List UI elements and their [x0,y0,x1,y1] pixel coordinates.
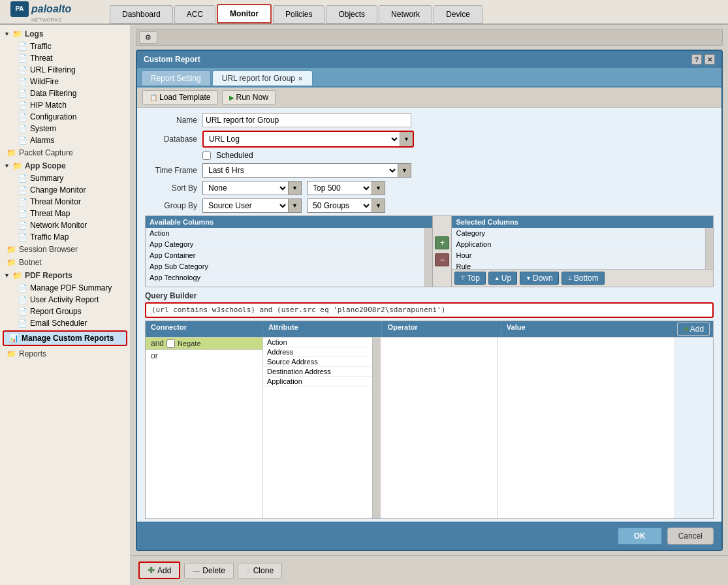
name-input[interactable] [202,113,411,127]
qb-add-btn[interactable]: ✚ Add [677,323,710,336]
sidebar-item-network-monitor[interactable]: 📄 Network Monitor [0,219,130,231]
attr-scrollbar[interactable] [372,338,380,518]
down-btn[interactable]: ▼ Down [520,272,559,285]
add-button[interactable]: ✚ Add [138,561,180,579]
tab-monitor[interactable]: Monitor [217,4,272,24]
sel-scrollbar[interactable] [705,228,713,269]
sidebar-item-threat-map[interactable]: 📄 Threat Map [0,208,130,219]
avail-item-app-technology[interactable]: App Technology [146,272,424,283]
timeframe-select[interactable]: Last 6 Hrs [203,164,398,177]
avail-item-app-category[interactable]: App Category [146,239,424,250]
attr-source-address[interactable]: Source Address [263,357,372,367]
groups-select[interactable]: 50 Groups [308,199,372,212]
available-columns-scroll[interactable]: Action App Category App Container App Su… [146,228,424,287]
help-icon[interactable]: ? [691,54,702,65]
qb-connector-or[interactable]: or [146,350,262,362]
attr-address[interactable]: Address [263,347,372,357]
avail-item-app-sub-category[interactable]: App Sub Category [146,261,424,272]
sidebar-item-report-groups[interactable]: 📄 Report Groups [0,306,130,317]
sidebar-item-summary[interactable]: 📄 Summary [0,172,130,184]
sortby-dropdown-arrow[interactable]: ▼ [288,182,301,195]
top-select[interactable]: Top 500 [308,182,372,195]
scheduled-checkbox[interactable] [202,151,211,160]
attr-application[interactable]: Application [263,377,372,387]
tab-dashboard[interactable]: Dashboard [110,5,173,24]
qb-operator-cell[interactable] [381,338,498,518]
sel-item-application[interactable]: Application [452,239,705,250]
sidebar-item-hip-match[interactable]: 📄 HIP Match [0,99,130,111]
top-btn[interactable]: ⊤ Top [454,272,485,285]
ok-button[interactable]: OK [618,528,662,545]
delete-button[interactable]: — Delete [184,563,234,578]
database-dropdown-arrow[interactable]: ▼ [400,132,413,146]
down-icon: ▼ [526,275,531,281]
database-select[interactable]: URL Log [204,132,400,146]
sidebar-item-url-filtering[interactable]: 📄 URL Filtering [0,64,130,76]
tab-network[interactable]: Network [379,5,432,24]
sel-item-rule[interactable]: Rule [452,261,705,269]
close-icon[interactable]: ✕ [704,54,715,65]
timeframe-dropdown-arrow[interactable]: ▼ [398,164,411,177]
sidebar-item-manage-custom[interactable]: 📊 Manage Custom Reports [3,330,127,346]
sidebar-section-pdf[interactable]: ▼ 📁 PDF Reports [0,269,130,282]
negate-checkbox[interactable] [166,340,175,348]
sidebar-item-system[interactable]: 📄 System [0,123,130,134]
tab-policies[interactable]: Policies [273,5,324,24]
sidebar-item-packet-capture[interactable]: 📁 Packet Capture [0,146,130,159]
clone-button[interactable]: ○ Clone [238,563,282,578]
avail-item-app-container[interactable]: App Container [146,250,424,261]
add-column-btn[interactable]: + [435,236,449,249]
avail-item-action[interactable]: Action [146,228,424,239]
qb-attribute-scroll[interactable]: Action Address Source Address Destinatio… [263,338,372,518]
sidebar-item-session-browser[interactable]: 📁 Session Browser [0,243,130,256]
negate-label[interactable]: Negate [178,340,200,347]
tab-objects[interactable]: Objects [326,5,377,24]
logo-text: paloalto [31,3,71,15]
qb-table-row: and Negate or Ac [146,337,713,518]
sidebar-item-reports[interactable]: 📁 Reports [0,347,130,360]
sidebar-item-alarms[interactable]: 📄 Alarms [0,134,130,146]
groupby-select[interactable]: Source User [203,199,288,212]
attr-action[interactable]: Action [263,338,372,347]
sidebar-item-wildfire[interactable]: 📄 WildFire [0,76,130,87]
tab-device[interactable]: Device [434,5,483,24]
tab-report-setting[interactable]: Report Setting [141,71,211,86]
sortby-select[interactable]: None [203,182,288,195]
sidebar-section-logs[interactable]: ▼ 📁 Logs [0,27,130,40]
sidebar-item-email-scheduler[interactable]: 📄 Email Scheduler [0,317,130,329]
sidebar-item-user-activity[interactable]: 📄 User Activity Report [0,294,130,306]
groups-dropdown-arrow[interactable]: ▼ [372,199,385,212]
sidebar-item-manage-pdf[interactable]: 📄 Manage PDF Summary [0,282,130,294]
qb-connector-and[interactable]: and Negate [146,338,262,350]
run-icon: ▶ [229,94,234,101]
bottom-btn[interactable]: ⊥ Bottom [562,272,605,285]
sidebar-item-data-filtering[interactable]: 📄 Data Filtering [0,87,130,99]
up-btn[interactable]: ▲ Up [488,272,517,285]
sel-item-category[interactable]: Category [452,228,705,239]
query-builder-section: Query Builder (url contains w3schools) a… [145,291,714,318]
selected-columns-scroll[interactable]: Category Application Hour Rule Source ad… [452,228,705,269]
groupby-dropdown-arrow[interactable]: ▼ [288,199,301,212]
top-dropdown-arrow[interactable]: ▼ [372,182,385,195]
sidebar-item-traffic[interactable]: 📄 Traffic [0,40,130,52]
scheduled-label[interactable]: Scheduled [216,151,253,160]
sel-item-hour[interactable]: Hour [452,250,705,261]
sidebar-item-configuration[interactable]: 📄 Configuration [0,111,130,123]
cancel-button[interactable]: Cancel [667,528,714,545]
run-now-btn[interactable]: ▶ Run Now [222,90,276,104]
load-template-btn[interactable]: 📋 Load Template [142,90,218,104]
qb-value-cell[interactable] [498,338,674,518]
sidebar-item-threat[interactable]: 📄 Threat [0,52,130,64]
avail-scrollbar[interactable] [424,228,432,287]
sidebar-section-appscope[interactable]: ▼ 📁 App Scope [0,159,130,172]
sidebar-item-botnet[interactable]: 📁 Botnet [0,256,130,269]
tab-url-report[interactable]: URL report for Group ✕ [212,71,313,86]
sidebar-item-traffic-map[interactable]: 📄 Traffic Map [0,231,130,243]
sidebar-item-change-monitor[interactable]: 📄 Change Monitor [0,184,130,196]
tab-close-icon[interactable]: ✕ [298,75,303,82]
sidebar-item-threat-monitor[interactable]: 📄 Threat Monitor [0,196,130,208]
remove-column-btn[interactable]: − [435,253,449,266]
content-toolbar-btn[interactable]: ⚙ [139,31,157,44]
attr-destination-address[interactable]: Destination Address [263,367,372,377]
tab-acc[interactable]: ACC [174,5,215,24]
